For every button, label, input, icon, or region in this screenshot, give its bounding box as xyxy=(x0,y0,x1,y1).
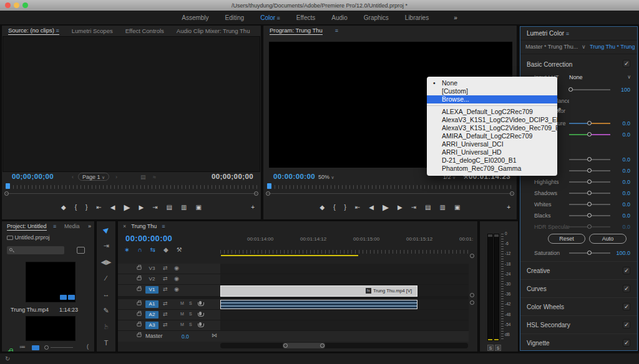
section-checkbox[interactable]: ✓ xyxy=(623,303,630,310)
workspace-overflow-chevron[interactable]: » xyxy=(454,14,457,21)
workspace-tab-audio[interactable]: Audio xyxy=(331,14,348,21)
type-tool[interactable]: T xyxy=(97,335,115,351)
timeline-horizontal-scrollbar[interactable] xyxy=(220,343,468,348)
meter-solo-button[interactable]: S xyxy=(495,345,501,351)
breadcrumb-label[interactable]: Untitled.prproj xyxy=(15,234,50,241)
track-target-v2[interactable]: V2 xyxy=(145,275,159,283)
track-lock-icon[interactable] xyxy=(137,266,141,269)
solo-button[interactable]: S xyxy=(189,322,192,327)
page-next-icon[interactable]: › xyxy=(115,174,117,180)
timeline-ruler[interactable]: 00:01:14:0000:01:14:1200:01:15:0000:01:1… xyxy=(220,235,469,256)
create-bin-icon[interactable] xyxy=(77,247,85,254)
master-gain-value[interactable]: 0.0 xyxy=(182,333,189,340)
track-content[interactable] xyxy=(220,264,469,274)
source-playhead[interactable] xyxy=(6,183,10,189)
program-timecode[interactable]: 00:00:00:00 xyxy=(273,173,315,180)
panel-menu-icon[interactable]: ≡ xyxy=(566,31,569,37)
source-timecode[interactable]: 00;00;00;00 xyxy=(12,173,54,180)
play-icon[interactable]: ▶ xyxy=(124,203,130,212)
go-to-in-icon[interactable]: ⇤ xyxy=(96,204,101,211)
mark-out-icon[interactable]: } xyxy=(344,204,346,211)
slider-knob[interactable] xyxy=(587,202,592,206)
workspace-tab-color[interactable]: Color ≡ xyxy=(260,14,280,21)
master-meter-icon[interactable]: ⋈ xyxy=(212,332,217,338)
track-target-a2[interactable]: A2 xyxy=(145,311,159,318)
vertical-scroll-handle[interactable] xyxy=(470,300,474,305)
source-panel-tab[interactable]: Effect Controls xyxy=(125,27,164,34)
step-forward-icon[interactable]: ▶ xyxy=(139,204,144,211)
mark-out-icon[interactable]: } xyxy=(85,204,87,211)
voiceover-record-icon[interactable] xyxy=(199,301,202,305)
mute-button[interactable]: M xyxy=(180,301,184,305)
slider-knob[interactable] xyxy=(587,180,592,184)
voiceover-record-icon[interactable] xyxy=(199,322,202,326)
step-forward-icon[interactable]: ▶ xyxy=(398,204,402,211)
track-select-forward-tool[interactable]: ⇥ xyxy=(97,237,115,254)
sync-lock-icon[interactable]: ⇄ xyxy=(163,300,168,307)
auto-button[interactable]: Auto xyxy=(589,234,627,244)
slider-knob[interactable] xyxy=(568,87,573,92)
chevron-down-icon[interactable]: ∨ xyxy=(627,74,631,80)
list-view-icon[interactable]: ≔ xyxy=(19,343,26,350)
basic-correction-header[interactable]: Basic Correction ✓ xyxy=(520,58,637,72)
track-lock-icon[interactable] xyxy=(137,312,141,315)
step-back-icon[interactable]: ◀ xyxy=(369,204,374,211)
track-lock-icon[interactable] xyxy=(137,302,141,305)
zoom-level-dropdown[interactable]: 50% ∨ xyxy=(318,174,334,180)
track-lock-icon[interactable] xyxy=(137,323,141,326)
mark-in-icon[interactable]: { xyxy=(75,204,77,211)
lumetri-section-vignette[interactable]: Vignette✓ xyxy=(520,333,637,352)
add-marker-icon[interactable]: ◆ xyxy=(320,204,325,211)
workspace-tab-libraries[interactable]: Libraries xyxy=(405,14,429,21)
scrollbar-handle[interactable] xyxy=(283,343,325,348)
source-zoom-scrollbar[interactable] xyxy=(6,193,257,194)
razor-tool[interactable]: ∕ xyxy=(97,270,115,286)
lut-menu-item[interactable]: None• xyxy=(427,79,557,87)
media-browser-tab[interactable]: Media xyxy=(64,223,80,229)
zoom-handle-left[interactable] xyxy=(283,343,288,348)
sync-lock-icon[interactable]: ⇄ xyxy=(163,322,168,328)
slider-track[interactable] xyxy=(569,123,610,124)
timeline-video-clip[interactable]: fxTrung Thu.mp4 [V] xyxy=(220,285,417,297)
slider-knob[interactable] xyxy=(587,132,592,136)
thumbnail-zoom-slider[interactable] xyxy=(51,347,73,348)
nest-toggle-icon[interactable]: ∗ xyxy=(124,246,129,253)
solo-button[interactable]: S xyxy=(189,312,192,316)
track-lock-icon[interactable] xyxy=(137,287,141,290)
workspace-tab-effects[interactable]: Effects xyxy=(296,14,315,21)
lumetri-section-color-wheels[interactable]: Color Wheels✓ xyxy=(520,297,637,315)
drag-video-icon[interactable]: ▤ xyxy=(140,174,146,180)
go-to-out-icon[interactable]: ⇥ xyxy=(152,204,157,211)
add-button-icon[interactable]: + xyxy=(251,204,255,211)
section-checkbox[interactable]: ✓ xyxy=(623,285,630,292)
play-icon[interactable]: ▶ xyxy=(383,203,389,212)
slider-track[interactable] xyxy=(569,226,610,228)
slider-track[interactable] xyxy=(569,181,610,183)
minimize-window-icon[interactable] xyxy=(14,2,19,8)
input-lut-dropdown[interactable]: None xyxy=(569,74,583,80)
add-marker-icon[interactable]: ◆ xyxy=(61,204,66,211)
scrollbar-right-handle[interactable] xyxy=(510,191,514,196)
program-mini-ruler[interactable] xyxy=(267,185,513,189)
lut-menu-item[interactable]: ALEXA_Default_LogC2Rec709 xyxy=(427,108,557,116)
go-to-in-icon[interactable]: ⇤ xyxy=(355,204,360,211)
voiceover-record-icon[interactable] xyxy=(199,312,202,315)
scrollbar-left-handle[interactable] xyxy=(266,191,270,196)
sync-status-icon[interactable]: ↻ xyxy=(5,355,10,362)
source-panel-tab[interactable]: Audio Clip Mixer: Trung Thu xyxy=(177,27,250,34)
clip-name[interactable]: Trung Thu.mp4 xyxy=(11,307,49,313)
section-checkbox[interactable]: ✓ xyxy=(623,60,630,67)
zoom-window-icon[interactable] xyxy=(22,2,28,8)
add-button-icon[interactable]: + xyxy=(507,204,510,211)
track-output-icon[interactable]: ◉ xyxy=(174,286,179,292)
track-target-v1[interactable]: V1 xyxy=(145,286,159,294)
sequence-clip-label[interactable]: Trung Thu * Trung ... xyxy=(590,44,635,50)
lut-menu-item[interactable]: AlexaV3_K1S1_LogC2Video_Rec709_EE xyxy=(427,124,557,132)
mute-button[interactable]: M xyxy=(180,322,184,327)
panel-menu-icon[interactable]: ≡ xyxy=(275,15,280,21)
clip-thumbnail[interactable] xyxy=(26,262,76,302)
section-checkbox[interactable]: ✓ xyxy=(623,267,630,274)
timeline-timecode[interactable]: 00:00:00:00 xyxy=(125,234,172,243)
workspace-tab-graphics[interactable]: Graphics xyxy=(364,14,389,21)
work-area-bar[interactable] xyxy=(221,255,358,256)
